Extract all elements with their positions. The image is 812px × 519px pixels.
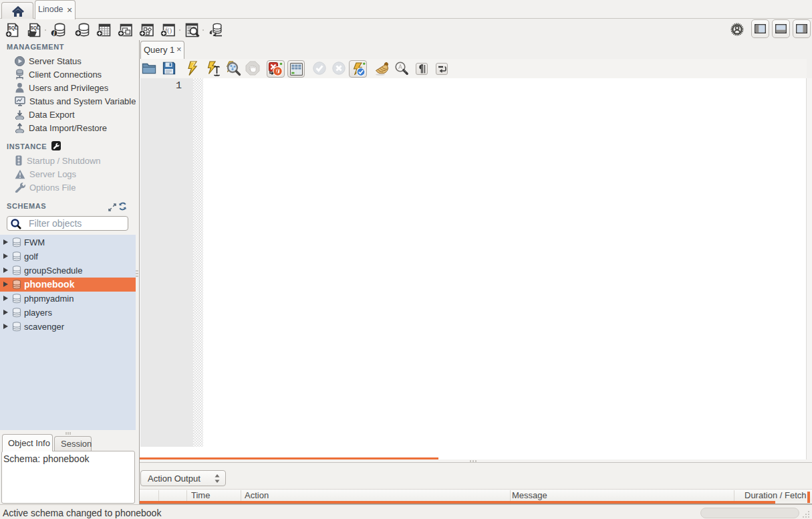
svg-text:SQL: SQL: [9, 25, 17, 31]
svg-text:i: i: [53, 30, 55, 37]
svg-text:SQL: SQL: [31, 25, 39, 31]
